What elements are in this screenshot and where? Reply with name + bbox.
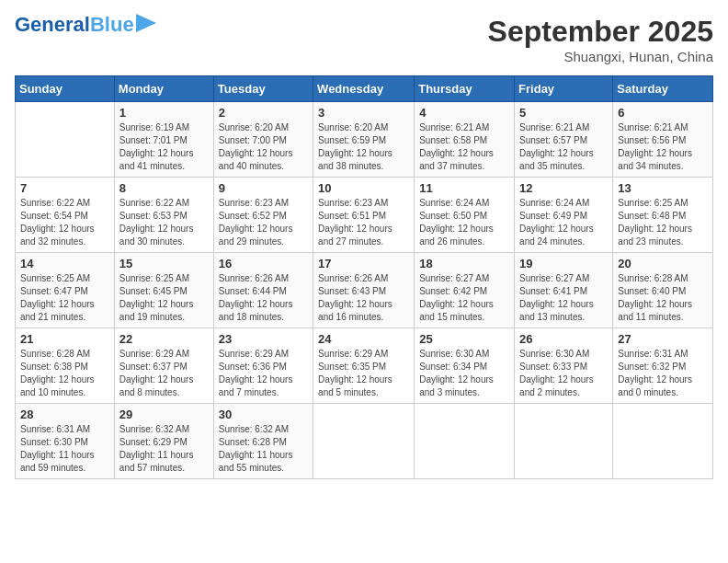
day-info: Sunrise: 6:26 AM Sunset: 6:43 PM Dayligh… — [318, 272, 409, 324]
calendar-week-row: 7Sunrise: 6:22 AM Sunset: 6:54 PM Daylig… — [16, 178, 713, 253]
logo-blue: Blue — [90, 13, 134, 36]
day-info: Sunrise: 6:21 AM Sunset: 6:57 PM Dayligh… — [519, 121, 608, 173]
calendar-cell: 23Sunrise: 6:29 AM Sunset: 6:36 PM Dayli… — [213, 328, 313, 404]
calendar-cell: 10Sunrise: 6:23 AM Sunset: 6:51 PM Dayli… — [313, 178, 415, 253]
logo-general: General — [15, 13, 90, 36]
title-block: September 2025 Shuangxi, Hunan, China — [488, 15, 713, 64]
day-number: 26 — [519, 332, 608, 346]
calendar-week-row: 1Sunrise: 6:19 AM Sunset: 7:01 PM Daylig… — [16, 102, 713, 178]
day-number: 24 — [318, 332, 409, 346]
calendar-cell: 13Sunrise: 6:25 AM Sunset: 6:48 PM Dayli… — [613, 178, 713, 253]
day-info: Sunrise: 6:32 AM Sunset: 6:28 PM Dayligh… — [219, 423, 308, 475]
day-info: Sunrise: 6:26 AM Sunset: 6:44 PM Dayligh… — [219, 272, 308, 324]
day-info: Sunrise: 6:25 AM Sunset: 6:48 PM Dayligh… — [618, 197, 708, 248]
calendar-cell: 17Sunrise: 6:26 AM Sunset: 6:43 PM Dayli… — [313, 253, 415, 328]
calendar-cell: 22Sunrise: 6:29 AM Sunset: 6:37 PM Dayli… — [114, 328, 213, 404]
day-info: Sunrise: 6:30 AM Sunset: 6:34 PM Dayligh… — [419, 348, 509, 399]
day-number: 15 — [119, 257, 209, 270]
day-info: Sunrise: 6:21 AM Sunset: 6:58 PM Dayligh… — [419, 121, 509, 173]
month-title: September 2025 — [488, 15, 713, 49]
day-number: 18 — [419, 257, 509, 270]
day-of-week-header: Sunday — [16, 76, 115, 102]
calendar-table: SundayMondayTuesdayWednesdayThursdayFrid… — [15, 75, 713, 479]
calendar-week-row: 14Sunrise: 6:25 AM Sunset: 6:47 PM Dayli… — [16, 253, 713, 328]
day-info: Sunrise: 6:29 AM Sunset: 6:36 PM Dayligh… — [219, 348, 308, 399]
calendar-cell: 12Sunrise: 6:24 AM Sunset: 6:49 PM Dayli… — [515, 178, 613, 253]
day-number: 7 — [20, 181, 109, 195]
day-of-week-header: Wednesday — [313, 76, 415, 102]
day-number: 17 — [318, 257, 409, 270]
day-info: Sunrise: 6:25 AM Sunset: 6:45 PM Dayligh… — [119, 272, 209, 324]
calendar-body: 1Sunrise: 6:19 AM Sunset: 7:01 PM Daylig… — [16, 102, 713, 479]
calendar-week-row: 21Sunrise: 6:28 AM Sunset: 6:38 PM Dayli… — [16, 328, 713, 404]
day-number: 27 — [618, 332, 708, 346]
calendar-header-row: SundayMondayTuesdayWednesdayThursdayFrid… — [16, 76, 713, 102]
day-info: Sunrise: 6:29 AM Sunset: 6:37 PM Dayligh… — [119, 348, 209, 399]
calendar-cell: 7Sunrise: 6:22 AM Sunset: 6:54 PM Daylig… — [16, 178, 115, 253]
day-info: Sunrise: 6:23 AM Sunset: 6:52 PM Dayligh… — [219, 197, 308, 248]
day-of-week-header: Saturday — [613, 76, 713, 102]
calendar-cell: 25Sunrise: 6:30 AM Sunset: 6:34 PM Dayli… — [415, 328, 515, 404]
calendar-cell: 18Sunrise: 6:27 AM Sunset: 6:42 PM Dayli… — [415, 253, 515, 328]
calendar-cell: 21Sunrise: 6:28 AM Sunset: 6:38 PM Dayli… — [16, 328, 115, 404]
day-number: 19 — [519, 257, 608, 270]
calendar-cell: 24Sunrise: 6:29 AM Sunset: 6:35 PM Dayli… — [313, 328, 415, 404]
day-of-week-header: Monday — [114, 76, 213, 102]
calendar-cell: 15Sunrise: 6:25 AM Sunset: 6:45 PM Dayli… — [114, 253, 213, 328]
day-number: 6 — [618, 106, 708, 120]
day-number: 22 — [119, 332, 209, 346]
calendar-cell — [415, 404, 515, 479]
calendar-cell: 28Sunrise: 6:31 AM Sunset: 6:30 PM Dayli… — [16, 404, 115, 479]
day-info: Sunrise: 6:24 AM Sunset: 6:50 PM Dayligh… — [419, 197, 509, 248]
calendar-cell: 20Sunrise: 6:28 AM Sunset: 6:40 PM Dayli… — [613, 253, 713, 328]
day-number: 9 — [219, 181, 308, 195]
calendar-cell: 1Sunrise: 6:19 AM Sunset: 7:01 PM Daylig… — [114, 102, 213, 178]
logo-arrow-icon — [136, 14, 156, 32]
calendar-cell: 16Sunrise: 6:26 AM Sunset: 6:44 PM Dayli… — [213, 253, 313, 328]
calendar-cell: 5Sunrise: 6:21 AM Sunset: 6:57 PM Daylig… — [515, 102, 613, 178]
calendar-cell: 26Sunrise: 6:30 AM Sunset: 6:33 PM Dayli… — [515, 328, 613, 404]
logo: GeneralBlue — [15, 15, 156, 35]
day-info: Sunrise: 6:23 AM Sunset: 6:51 PM Dayligh… — [318, 197, 409, 248]
calendar-cell: 6Sunrise: 6:21 AM Sunset: 6:56 PM Daylig… — [613, 102, 713, 178]
day-info: Sunrise: 6:22 AM Sunset: 6:53 PM Dayligh… — [119, 197, 209, 248]
calendar-cell: 11Sunrise: 6:24 AM Sunset: 6:50 PM Dayli… — [415, 178, 515, 253]
calendar-cell: 3Sunrise: 6:20 AM Sunset: 6:59 PM Daylig… — [313, 102, 415, 178]
day-number: 23 — [219, 332, 308, 346]
day-of-week-header: Friday — [515, 76, 613, 102]
day-number: 2 — [219, 106, 308, 120]
day-info: Sunrise: 6:24 AM Sunset: 6:49 PM Dayligh… — [519, 197, 608, 248]
day-number: 20 — [618, 257, 708, 270]
day-number: 11 — [419, 181, 509, 195]
day-info: Sunrise: 6:27 AM Sunset: 6:42 PM Dayligh… — [419, 272, 509, 324]
day-info: Sunrise: 6:29 AM Sunset: 6:35 PM Dayligh… — [318, 348, 409, 399]
calendar-cell: 19Sunrise: 6:27 AM Sunset: 6:41 PM Dayli… — [515, 253, 613, 328]
calendar-cell: 29Sunrise: 6:32 AM Sunset: 6:29 PM Dayli… — [114, 404, 213, 479]
day-of-week-header: Tuesday — [213, 76, 313, 102]
day-info: Sunrise: 6:22 AM Sunset: 6:54 PM Dayligh… — [20, 197, 109, 248]
day-info: Sunrise: 6:32 AM Sunset: 6:29 PM Dayligh… — [119, 423, 209, 475]
calendar-cell — [613, 404, 713, 479]
day-info: Sunrise: 6:31 AM Sunset: 6:30 PM Dayligh… — [20, 423, 109, 475]
day-info: Sunrise: 6:25 AM Sunset: 6:47 PM Dayligh… — [20, 272, 109, 324]
day-info: Sunrise: 6:20 AM Sunset: 6:59 PM Dayligh… — [318, 121, 409, 173]
day-number: 1 — [119, 106, 209, 120]
day-number: 30 — [219, 408, 308, 421]
page-header: GeneralBlue September 2025 Shuangxi, Hun… — [15, 15, 713, 64]
calendar-cell — [515, 404, 613, 479]
logo-text: GeneralBlue — [15, 15, 134, 35]
day-info: Sunrise: 6:21 AM Sunset: 6:56 PM Dayligh… — [618, 121, 708, 173]
day-number: 29 — [119, 408, 209, 421]
day-info: Sunrise: 6:28 AM Sunset: 6:38 PM Dayligh… — [20, 348, 109, 399]
day-number: 3 — [318, 106, 409, 120]
day-number: 12 — [519, 181, 608, 195]
calendar-cell: 14Sunrise: 6:25 AM Sunset: 6:47 PM Dayli… — [16, 253, 115, 328]
day-of-week-header: Thursday — [415, 76, 515, 102]
day-number: 10 — [318, 181, 409, 195]
day-number: 25 — [419, 332, 509, 346]
calendar-cell — [16, 102, 115, 178]
day-number: 21 — [20, 332, 109, 346]
day-info: Sunrise: 6:31 AM Sunset: 6:32 PM Dayligh… — [618, 348, 708, 399]
day-info: Sunrise: 6:20 AM Sunset: 7:00 PM Dayligh… — [219, 121, 308, 173]
day-number: 13 — [618, 181, 708, 195]
